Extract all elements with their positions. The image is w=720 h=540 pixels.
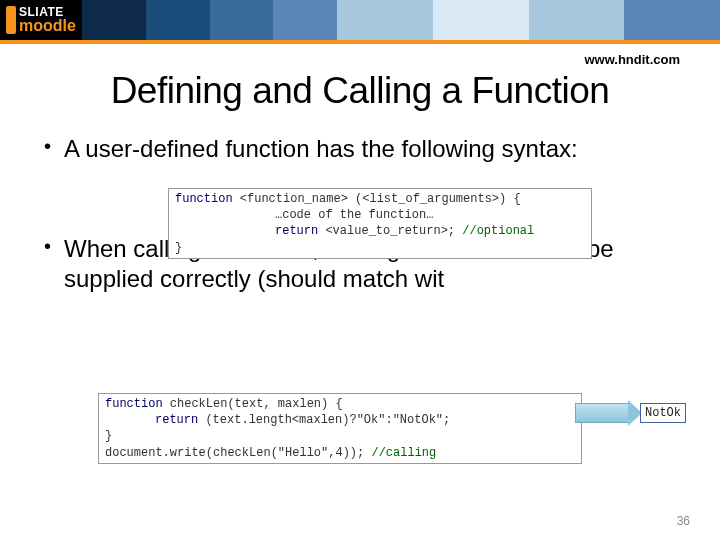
bullet-item: A user-defined function has the followin…	[36, 134, 696, 164]
slide-title: Defining and Calling a Function	[0, 70, 720, 112]
code-line: return <value_to_return>; //optional	[175, 223, 585, 239]
bullet-text: A user-defined function has the followin…	[64, 135, 578, 162]
output-result: NotOk	[640, 403, 686, 423]
code-example-box: function checkLen(text, maxlen) { return…	[98, 393, 582, 464]
code-line: function <function_name> (<list_of_argum…	[175, 192, 521, 206]
source-url: www.hndit.com	[584, 52, 680, 67]
code-line: }	[105, 428, 575, 444]
code-line: document.write(checkLen("Hello",4)); //c…	[105, 445, 575, 461]
code-line: function checkLen(text, maxlen) {	[105, 396, 575, 412]
code-line: }	[175, 241, 182, 255]
banner-stripe	[0, 40, 720, 44]
code-line: …code of the function…	[175, 207, 585, 223]
banner-collage	[82, 0, 720, 40]
code-syntax-box: function <function_name> (<list_of_argum…	[168, 188, 592, 259]
arrow-icon	[575, 403, 629, 423]
code-line: return (text.length<maxlen)?"Ok":"NotOk"…	[105, 412, 575, 428]
page-number: 36	[677, 514, 690, 528]
moodle-logo-icon	[6, 6, 16, 34]
banner: SLIATE moodle	[0, 0, 720, 40]
brand-text: SLIATE moodle	[19, 5, 76, 35]
brand-block: SLIATE moodle	[0, 0, 82, 40]
brand-bottom: moodle	[19, 17, 76, 35]
